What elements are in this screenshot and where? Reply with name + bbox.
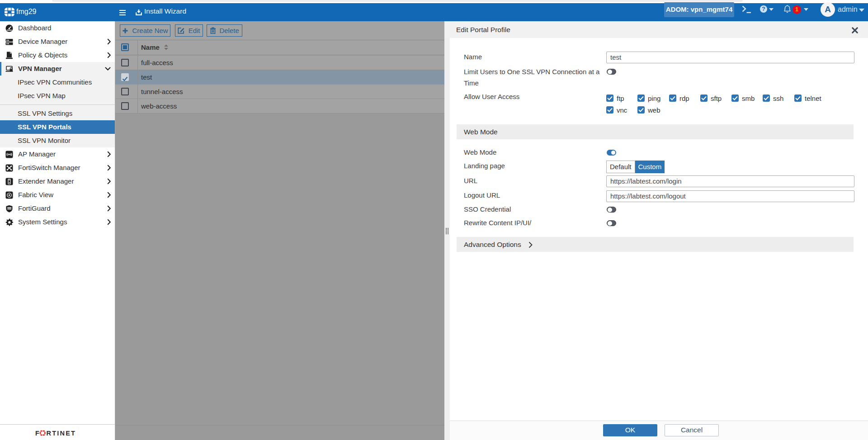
svg-text:F: F (35, 430, 39, 436)
svg-text:RTINET: RTINET (47, 430, 76, 436)
